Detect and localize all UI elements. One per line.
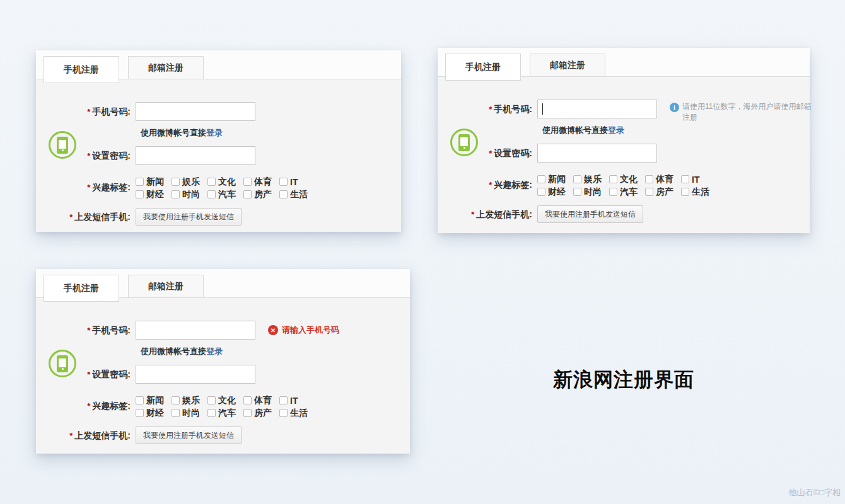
checkbox-label: 体育 — [254, 176, 272, 188]
interest-checkbox-item[interactable]: IT — [279, 396, 315, 406]
interest-checkbox-item[interactable]: 汽车 — [207, 408, 243, 419]
interest-checkbox-item[interactable]: 时尚 — [573, 186, 609, 198]
phone-number-input[interactable] — [136, 102, 255, 121]
checkbox-icon[interactable] — [609, 188, 617, 196]
interest-checkbox-item[interactable]: 文化 — [609, 174, 645, 185]
interest-checkbox-item[interactable]: 文化 — [207, 395, 243, 406]
interest-checkbox-item[interactable]: 时尚 — [172, 189, 207, 200]
interest-checkbox-item[interactable]: 财经 — [136, 408, 172, 419]
interest-checkbox-item[interactable]: 房产 — [645, 186, 681, 198]
checkbox-icon[interactable] — [573, 188, 581, 196]
interest-tags-group: 新闻娱乐文化体育IT财经时尚汽车房产生活 — [136, 394, 315, 418]
checkbox-icon[interactable] — [279, 396, 288, 404]
interest-checkbox-item[interactable]: 房产 — [243, 408, 279, 419]
interest-checkbox-item[interactable]: 娱乐 — [172, 176, 207, 188]
checkbox-icon[interactable] — [243, 409, 252, 417]
interest-checkbox-item[interactable]: 体育 — [243, 176, 279, 188]
checkbox-icon[interactable] — [207, 178, 216, 186]
checkbox-label: 娱乐 — [182, 395, 200, 406]
checkbox-icon[interactable] — [243, 190, 252, 198]
checkbox-icon[interactable] — [172, 396, 180, 404]
tab-phone-register[interactable]: 手机注册 — [44, 275, 119, 302]
weibo-login-line: 使用微博帐号直接登录 — [141, 127, 401, 139]
phone-number-input[interactable] — [136, 321, 255, 340]
checkbox-icon[interactable] — [172, 178, 180, 186]
interest-checkbox-item[interactable]: 财经 — [537, 186, 573, 198]
phone-number-input-focused[interactable] — [537, 100, 657, 118]
watermark-text: 他山石©□字相 — [789, 487, 841, 498]
interest-checkbox-item[interactable]: 文化 — [207, 176, 243, 188]
checkbox-icon[interactable] — [645, 188, 653, 196]
checkbox-label: 时尚 — [182, 189, 200, 200]
tab-email-register[interactable]: 邮箱注册 — [530, 54, 605, 77]
interest-checkbox-item[interactable]: 体育 — [243, 395, 279, 406]
interest-checkbox-item[interactable]: 生活 — [681, 186, 717, 198]
checkbox-label: IT — [290, 177, 298, 187]
sms-phone-label-text: 上发短信手机: — [74, 212, 131, 222]
form-body: *手机号码: 使用微博帐号直接登录 *设置密码: *兴趣标签: 新闻娱乐文化体育… — [36, 79, 401, 226]
checkbox-icon[interactable] — [207, 409, 216, 417]
checkbox-icon[interactable] — [279, 409, 288, 417]
form-body: *手机号码: ✕ 请输入手机号码 使用微博帐号直接登录 *设置密码: *兴趣标签… — [36, 298, 410, 445]
required-asterisk: * — [87, 401, 90, 411]
sms-send-button[interactable]: 我要使用注册手机发送短信 — [136, 427, 242, 444]
interest-checkbox-item[interactable]: 体育 — [645, 174, 681, 185]
interest-checkbox-item[interactable]: 汽车 — [207, 189, 243, 200]
weibo-login-link[interactable]: 登录 — [206, 128, 223, 137]
interest-checkbox-item[interactable]: 娱乐 — [573, 174, 609, 185]
sms-send-button[interactable]: 我要使用注册手机发送短信 — [136, 208, 242, 226]
checkbox-icon[interactable] — [243, 178, 252, 186]
checkbox-icon[interactable] — [645, 175, 653, 183]
checkbox-icon[interactable] — [136, 178, 144, 186]
tab-phone-register[interactable]: 手机注册 — [445, 54, 521, 81]
interest-checkbox-item[interactable]: 时尚 — [172, 408, 207, 419]
interest-checkbox-item[interactable]: 娱乐 — [172, 395, 207, 406]
tab-email-register[interactable]: 邮箱注册 — [128, 275, 204, 298]
interest-checkbox-item[interactable]: 汽车 — [609, 186, 645, 198]
interest-checkbox-item[interactable]: 新闻 — [136, 176, 172, 188]
interest-checkbox-item[interactable]: 生活 — [279, 408, 315, 419]
checkbox-icon[interactable] — [681, 188, 689, 196]
checkbox-icon[interactable] — [279, 178, 288, 186]
checkbox-icon[interactable] — [172, 409, 180, 417]
password-row: *设置密码: — [36, 146, 401, 166]
checkbox-icon[interactable] — [243, 396, 252, 404]
sms-phone-label-text: 上发短信手机: — [476, 209, 532, 219]
info-icon: i — [670, 103, 679, 112]
checkbox-icon[interactable] — [207, 396, 216, 404]
interest-checkbox-item[interactable]: 新闻 — [537, 174, 573, 185]
interest-checkbox-item[interactable]: 房产 — [243, 189, 279, 200]
interest-tags-label-text: 兴趣标签: — [92, 182, 131, 192]
interest-checkbox-item[interactable]: 新闻 — [136, 395, 172, 406]
interest-checkbox-item[interactable]: 生活 — [279, 189, 315, 200]
checkbox-icon[interactable] — [537, 175, 545, 183]
interest-tags-label-text: 兴趣标签: — [92, 401, 131, 411]
tab-phone-register[interactable]: 手机注册 — [44, 56, 119, 83]
weibo-login-link[interactable]: 登录 — [206, 346, 223, 356]
required-asterisk: * — [87, 107, 90, 117]
password-input[interactable] — [136, 365, 255, 384]
checkbox-icon[interactable] — [172, 190, 180, 198]
checkbox-icon[interactable] — [609, 175, 617, 183]
checkbox-label: 生活 — [290, 408, 308, 419]
sms-send-button[interactable]: 我要使用注册手机发送短信 — [537, 205, 643, 223]
interest-checkbox-item[interactable]: 财经 — [136, 189, 172, 200]
checkbox-label: 新闻 — [548, 174, 566, 185]
password-input[interactable] — [136, 146, 255, 165]
checkbox-label: 生活 — [692, 186, 709, 198]
checkbox-icon[interactable] — [681, 175, 689, 183]
weibo-login-link[interactable]: 登录 — [608, 125, 624, 135]
checkbox-icon[interactable] — [573, 175, 581, 183]
checkbox-icon[interactable] — [136, 396, 144, 404]
checkbox-icon[interactable] — [207, 190, 216, 198]
checkbox-icon[interactable] — [136, 190, 144, 198]
tab-email-register[interactable]: 邮箱注册 — [128, 56, 204, 79]
checkbox-icon[interactable] — [537, 188, 545, 196]
checkbox-label: 房产 — [656, 186, 673, 198]
text-caret — [542, 103, 543, 115]
interest-checkbox-item[interactable]: IT — [681, 175, 717, 185]
password-input[interactable] — [537, 144, 657, 163]
checkbox-icon[interactable] — [136, 409, 144, 417]
checkbox-icon[interactable] — [279, 190, 288, 198]
interest-checkbox-item[interactable]: IT — [279, 177, 315, 187]
